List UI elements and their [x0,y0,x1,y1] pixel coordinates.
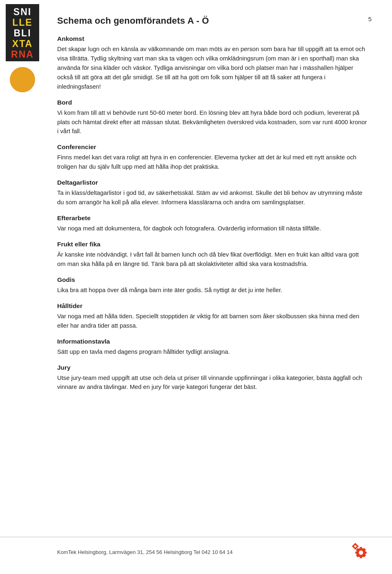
body-frukt: Är kanske inte nödvändigt. I vårt fall å… [57,250,368,269]
footer: KomTek Helsingborg, Larmvägen 31, 254 56… [0,537,392,563]
body-halltider: Var noga med att hålla tiden. Speciellt … [57,312,368,331]
svg-point-1 [359,551,363,555]
body-godis: Lika bra att hoppa över då många barn in… [57,286,368,295]
logo-box: SNI LLE BLI XTA RNA [6,4,39,61]
heading-ankomst: Ankomst [57,35,368,42]
svg-rect-15 [357,545,359,547]
page-number: 5 [368,16,372,22]
section-halltider: Hålltider Var noga med att hålla tiden. … [57,302,368,331]
heading-informationstavla: Informationstavla [57,338,368,345]
heading-conferencier: Conferencier [57,143,368,151]
svg-rect-4 [355,552,358,554]
komtek-logo-icon [350,541,372,563]
svg-point-11 [354,545,356,547]
section-informationstavla: Informationstavla Sätt upp en tavla med … [57,338,368,357]
svg-rect-13 [354,548,356,549]
svg-rect-14 [352,545,354,547]
section-jury: Jury Utse jury-team med uppgift att utse… [57,364,368,392]
section-bord: Bord Vi kom fram till att vi behövde run… [57,99,368,136]
section-conferencier: Conferencier Finns medel kan det vara ro… [57,143,368,172]
heading-efterarbete: Efterarbete [57,214,368,222]
logo-circle [10,67,35,92]
body-jury: Utse jury-team med uppgift att utse och … [57,373,368,392]
body-ankomst: Det skapar lugn och en känsla av välkomn… [57,45,368,92]
body-efterarbete: Var noga med att dokumentera, för dagbok… [57,224,368,233]
heading-halltider: Hålltider [57,302,368,310]
footer-text: KomTek Helsingborg, Larmvägen 31, 254 56… [57,549,233,555]
svg-rect-12 [354,543,356,545]
heading-godis: Godis [57,276,368,284]
svg-rect-2 [360,547,362,550]
section-godis: Godis Lika bra att hoppa över då många b… [57,276,368,295]
body-conferencier: Finns medel kan det vara roligt att hyra… [57,153,368,172]
section-efterarbete: Efterarbete Var noga med att dokumentera… [57,214,368,233]
page: SNI LLE BLI XTA RNA 5 Schema och genomfö… [0,0,392,574]
page-title: Schema och genomförandets A - Ö [57,16,368,26]
heading-deltagarlistor: Deltagarlistor [57,179,368,186]
section-deltagarlistor: Deltagarlistor Ta in klass/deltagarlisto… [57,179,368,207]
section-ankomst: Ankomst Det skapar lugn och en känsla av… [57,35,368,92]
svg-rect-5 [364,552,367,554]
body-deltagarlistor: Ta in klass/deltagarlistor i god tid, av… [57,188,368,207]
heading-bord: Bord [57,99,368,106]
body-informationstavla: Sätt upp en tavla med dagens program hål… [57,347,368,357]
section-frukt: Frukt eller fika Är kanske inte nödvändi… [57,241,368,269]
svg-rect-3 [360,556,362,558]
heading-jury: Jury [57,364,368,371]
body-bord: Vi kom fram till att vi behövde runt 50-… [57,108,368,136]
logo-area: SNI LLE BLI XTA RNA [0,0,45,92]
footer-logo [350,541,372,563]
main-content: Schema och genomförandets A - Ö Ankomst … [57,16,368,392]
heading-frukt: Frukt eller fika [57,241,368,248]
